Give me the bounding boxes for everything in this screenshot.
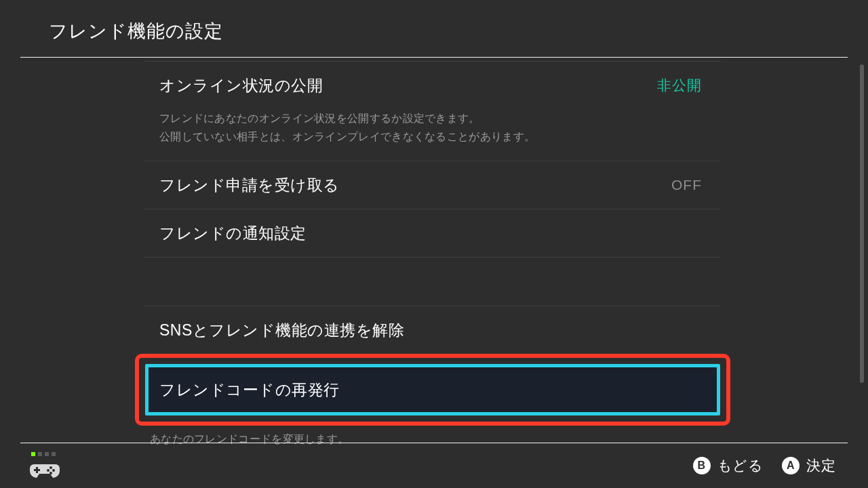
- page-header: フレンド機能の設定: [0, 0, 868, 57]
- row-label: オンライン状況の公開: [159, 75, 323, 96]
- player-indicator-dots: [31, 452, 60, 456]
- row-value: OFF: [671, 177, 702, 193]
- hint-a-ok[interactable]: A 決定: [782, 456, 835, 475]
- row-label: フレンド申請を受け取る: [159, 175, 340, 196]
- row-label: フレンドコードの再発行: [159, 380, 340, 401]
- row-label: SNSとフレンド機能の連携を解除: [159, 320, 404, 341]
- row-reissue-friend-code-highlight: フレンドコードの再発行: [135, 354, 730, 426]
- svg-point-3: [52, 469, 55, 472]
- svg-point-2: [50, 466, 52, 469]
- svg-point-5: [50, 472, 52, 474]
- svg-point-4: [47, 469, 50, 472]
- gamepad-icon: [30, 460, 60, 479]
- footer-left: [30, 452, 60, 479]
- svg-rect-1: [34, 469, 40, 471]
- row-sns-unlink[interactable]: SNSとフレンド機能の連携を解除: [144, 306, 721, 354]
- header-divider: [20, 57, 848, 58]
- row-value: 非公開: [657, 76, 702, 95]
- row-notifications[interactable]: フレンドの通知設定: [144, 209, 721, 257]
- a-button-icon: A: [782, 457, 800, 474]
- row-online-status[interactable]: オンライン状況の公開 非公開 フレンドにあなたのオンライン状況を公開するか設定で…: [144, 61, 721, 161]
- scrollbar[interactable]: [860, 64, 864, 383]
- b-button-icon: B: [693, 457, 711, 474]
- hint-label: 決定: [806, 456, 835, 475]
- footer-bar: B もどる A 決定: [0, 443, 868, 488]
- section-gap: [144, 257, 721, 306]
- row-friend-requests[interactable]: フレンド申請を受け取る OFF: [144, 161, 721, 209]
- settings-panel: オンライン状況の公開 非公開 フレンドにあなたのオンライン状況を公開するか設定で…: [144, 61, 721, 447]
- footer-right: B もどる A 決定: [693, 456, 836, 475]
- row-label: フレンドの通知設定: [159, 223, 307, 244]
- hint-label: もどる: [717, 456, 764, 475]
- row-reissue-friend-code[interactable]: フレンドコードの再発行: [145, 364, 720, 415]
- page-title: フレンド機能の設定: [49, 19, 868, 43]
- row-description: フレンドにあなたのオンライン状況を公開するか設定できます。 公開していない相手と…: [144, 109, 721, 161]
- hint-b-back[interactable]: B もどる: [693, 456, 764, 475]
